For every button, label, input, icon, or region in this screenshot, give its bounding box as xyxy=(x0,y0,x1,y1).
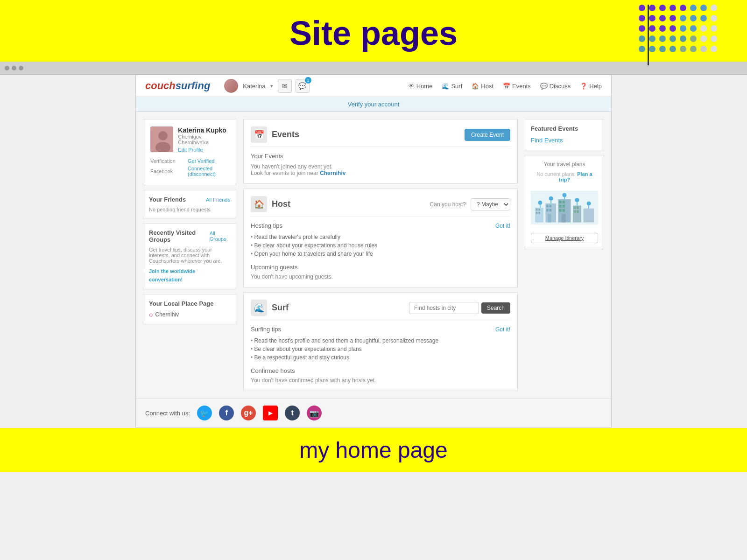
username-label[interactable]: Katerina xyxy=(243,83,265,90)
bottom-title: my home page xyxy=(9,437,738,463)
all-groups-link[interactable]: All Groups xyxy=(210,231,230,242)
svg-rect-6 xyxy=(538,209,540,211)
travel-illustration xyxy=(531,189,598,226)
right-sidebar: Featured Events Find Events Your travel … xyxy=(525,119,604,391)
hosting-tip-1: Read the traveler's profile carefully xyxy=(251,233,510,241)
svg-rect-12 xyxy=(546,209,549,211)
nav-help[interactable]: ❓ Help xyxy=(580,83,602,90)
local-place-city: ○ Chernihiv xyxy=(149,311,230,318)
svg-point-35 xyxy=(575,198,579,202)
svg-rect-13 xyxy=(550,209,552,211)
mail-icon-btn[interactable]: ✉ xyxy=(278,79,292,93)
join-link[interactable]: Join the worldwide conversation! xyxy=(149,268,195,282)
hosting-gotit-btn[interactable]: Got it! xyxy=(495,223,510,229)
hosting-tip-2: Be clear about your expectations and hou… xyxy=(251,241,510,250)
verify-banner[interactable]: Verify your account xyxy=(136,97,611,112)
city-search-input[interactable] xyxy=(409,302,479,314)
browser-chrome xyxy=(0,62,747,75)
location-icon: ○ xyxy=(149,311,153,318)
main-content: Katerina Kupko Chernigov, Chernihivs'ka … xyxy=(136,112,611,398)
connect-label: Connect with us: xyxy=(145,410,190,417)
host-control: Can you host? ? Maybe xyxy=(430,198,510,210)
dropdown-arrow[interactable]: ▾ xyxy=(270,83,273,89)
tumblr-btn[interactable]: t xyxy=(285,406,300,420)
edit-profile-link[interactable]: Edit Profile xyxy=(178,147,229,153)
surf-title: Surf xyxy=(272,303,409,313)
youtube-btn[interactable]: ▶ xyxy=(263,406,278,420)
logo: couchsurfing xyxy=(145,80,210,92)
events-title: Events xyxy=(272,130,465,140)
hosting-tips-list: Read the traveler's profile carefully Be… xyxy=(251,233,510,258)
twitter-btn[interactable]: 🐦 xyxy=(197,406,212,420)
svg-rect-18 xyxy=(559,205,561,208)
user-avatar[interactable] xyxy=(224,79,238,93)
nav-surf[interactable]: 🌊 Surf xyxy=(442,83,462,90)
no-confirmed-text: You don't have confirmed plans with any … xyxy=(251,377,510,384)
surfing-gotit-btn[interactable]: Got it! xyxy=(495,326,510,333)
host-header: 🏠 Host Can you host? ? Maybe xyxy=(251,196,510,217)
events-city: Chernihiv xyxy=(320,170,345,176)
svg-rect-19 xyxy=(563,205,565,208)
svg-rect-17 xyxy=(563,201,565,203)
svg-rect-27 xyxy=(577,210,579,212)
svg-point-31 xyxy=(549,196,553,201)
hosting-tips-header: Hosting tips Got it! xyxy=(251,222,510,229)
events-header: 📅 Events Create Event xyxy=(251,126,510,147)
facebook-link[interactable]: Connected (disconnect) xyxy=(188,166,216,177)
svg-rect-14 xyxy=(548,214,551,223)
profile-info: Katerina Kupko Chernigov, Chernihivs'ka … xyxy=(178,126,229,153)
no-guests-text: You don't have upcoming guests. xyxy=(251,273,510,280)
nav-discuss[interactable]: 💬 Discuss xyxy=(540,83,571,90)
find-events-link[interactable]: Find Events xyxy=(531,137,563,144)
local-place-title: Your Local Place Page xyxy=(149,300,230,307)
friends-section: Your Friends All Friends No pending frie… xyxy=(143,190,236,218)
surf-card: 🌊 Surf Search Surfing tips Got it! Read … xyxy=(243,292,518,391)
nav-host[interactable]: 🏠 Host xyxy=(472,83,493,90)
svg-rect-7 xyxy=(536,212,538,214)
svg-rect-22 xyxy=(562,214,566,223)
top-banner: Site pages xyxy=(0,0,747,62)
surf-search: Search xyxy=(409,302,510,314)
svg-rect-11 xyxy=(550,205,552,207)
friends-header: Your Friends All Friends xyxy=(149,196,230,203)
main-title: Site pages xyxy=(0,14,747,52)
get-verified-link[interactable]: Get Verified xyxy=(188,158,214,164)
svg-rect-25 xyxy=(577,206,579,209)
groups-description: Get travel tips, discuss your interests,… xyxy=(149,247,230,264)
groups-title: Recently Visited Groups xyxy=(149,229,210,243)
notification-badge: 1 xyxy=(305,77,311,84)
can-you-host-label: Can you host? xyxy=(430,201,466,208)
profile-card: Katerina Kupko Chernigov, Chernihivs'ka … xyxy=(143,119,236,185)
svg-rect-20 xyxy=(559,209,561,212)
host-dropdown[interactable]: ? Maybe xyxy=(471,198,510,210)
chrome-dot-2 xyxy=(12,66,16,70)
search-button[interactable]: Search xyxy=(481,302,510,314)
google-btn[interactable]: g+ xyxy=(241,406,256,420)
create-event-button[interactable]: Create Event xyxy=(465,129,510,141)
upcoming-guests-title: Upcoming guests xyxy=(251,264,510,271)
nav-home[interactable]: 👁 Home xyxy=(409,83,433,90)
host-card: 🏠 Host Can you host? ? Maybe Hosting tip… xyxy=(243,189,518,287)
featured-events-title: Featured Events xyxy=(531,125,598,132)
profile-avatar xyxy=(150,126,173,152)
your-events-subtitle: Your Events xyxy=(251,153,510,160)
manage-itinerary-btn[interactable]: Manage Itinerary xyxy=(531,233,598,243)
all-friends-link[interactable]: All Friends xyxy=(206,197,230,203)
nav-icons: ✉ 💬 1 xyxy=(278,79,310,93)
nav-events[interactable]: 📅 Events xyxy=(503,83,531,90)
svg-rect-10 xyxy=(546,205,549,207)
nav-bar: couchsurfing Katerina ▾ ✉ 💬 1 👁 Home 🌊 S… xyxy=(136,75,611,97)
surfing-tips-header: Surfing tips Got it! xyxy=(251,326,510,333)
surfing-tips-list: Read the host's profile and send them a … xyxy=(251,336,510,362)
events-icon: 📅 xyxy=(251,126,267,143)
facebook-label: Facebook xyxy=(150,165,188,178)
surfing-tip-1: Read the host's profile and send them a … xyxy=(251,336,510,345)
instagram-btn[interactable]: 📷 xyxy=(307,406,322,420)
surf-icon: 🌊 xyxy=(251,300,267,316)
chat-icon-btn[interactable]: 💬 1 xyxy=(296,79,310,93)
profile-name: Katerina Kupko xyxy=(178,126,229,134)
featured-events-card: Featured Events Find Events xyxy=(525,119,604,150)
host-icon: 🏠 xyxy=(251,196,267,212)
surfing-tips-label: Surfing tips xyxy=(251,326,281,333)
facebook-btn[interactable]: f xyxy=(219,406,234,420)
